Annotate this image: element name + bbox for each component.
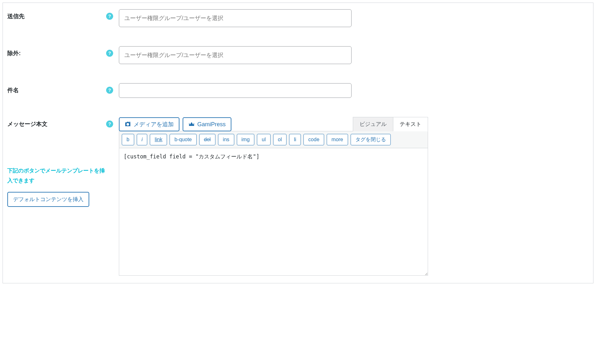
toolbar-link[interactable]: link xyxy=(150,134,167,145)
subject-label-col: 件名 ? xyxy=(7,83,119,94)
media-buttons: メディアを追加 GamiPress xyxy=(119,117,231,131)
tab-text[interactable]: テキスト xyxy=(393,117,428,131)
help-icon[interactable]: ? xyxy=(106,120,113,127)
body-label-head: メッセージ本文 ? xyxy=(7,117,113,128)
toolbar-italic[interactable]: i xyxy=(137,134,148,145)
editor-wrapper: メディアを追加 GamiPress ビジュアル テキスト b i xyxy=(119,117,428,277)
editor-tabs: ビジュアル テキスト xyxy=(353,117,428,131)
exclude-row: 除外: ? ユーザー権限グループ/ユーザーを選択 xyxy=(7,46,589,64)
crown-icon xyxy=(188,121,195,127)
recipient-placeholder: ユーザー権限グループ/ユーザーを選択 xyxy=(124,14,223,22)
recipient-label-col: 送信先 ? xyxy=(7,9,119,20)
exclude-placeholder: ユーザー権限グループ/ユーザーを選択 xyxy=(124,51,223,59)
help-icon[interactable]: ? xyxy=(106,13,113,20)
insert-default-button[interactable]: デフォルトコンテンツを挿入 xyxy=(7,192,89,207)
gamipress-label: GamiPress xyxy=(197,121,226,128)
template-note: 下記のボタンでメールテンプレートを挿入できます xyxy=(7,166,106,186)
toolbar-ul[interactable]: ul xyxy=(257,134,270,145)
tab-visual[interactable]: ビジュアル xyxy=(353,117,393,131)
add-media-label: メディアを追加 xyxy=(134,120,174,128)
editor-top-row: メディアを追加 GamiPress ビジュアル テキスト xyxy=(119,117,428,131)
toolbar-bquote[interactable]: b-quote xyxy=(170,134,196,145)
toolbar-more[interactable]: more xyxy=(327,134,348,145)
subject-row: 件名 ? xyxy=(7,83,589,98)
body-label: メッセージ本文 xyxy=(7,120,47,128)
body-row: メッセージ本文 ? 下記のボタンでメールテンプレートを挿入できます デフォルトコ… xyxy=(7,117,589,277)
recipient-input-col: ユーザー権限グループ/ユーザーを選択 xyxy=(119,9,352,27)
exclude-label-col: 除外: ? xyxy=(7,46,119,57)
exclude-label: 除外: xyxy=(7,49,21,57)
recipient-row: 送信先 ? ユーザー権限グループ/ユーザーを選択 xyxy=(7,9,589,27)
subject-input-col xyxy=(119,83,352,98)
toolbar-code[interactable]: code xyxy=(303,134,324,145)
svg-rect-0 xyxy=(129,122,130,122)
editor-toolbar: b i link b-quote del ins img ul ol li co… xyxy=(119,131,428,148)
toolbar-ins[interactable]: ins xyxy=(218,134,234,145)
recipient-label: 送信先 xyxy=(7,12,25,20)
toolbar-close-tags[interactable]: タグを閉じる xyxy=(351,134,391,145)
recipient-select[interactable]: ユーザー権限グループ/ユーザーを選択 xyxy=(119,9,352,27)
svg-point-1 xyxy=(127,124,128,125)
toolbar-ol[interactable]: ol xyxy=(273,134,287,145)
toolbar-img[interactable]: img xyxy=(237,134,255,145)
toolbar-bold[interactable]: b xyxy=(122,134,134,145)
toolbar-li[interactable]: li xyxy=(289,134,301,145)
help-icon[interactable]: ? xyxy=(106,50,113,57)
body-label-col: メッセージ本文 ? 下記のボタンでメールテンプレートを挿入できます デフォルトコ… xyxy=(7,117,119,207)
settings-panel: 送信先 ? ユーザー権限グループ/ユーザーを選択 除外: ? ユーザー権限グルー… xyxy=(3,3,593,283)
body-textarea[interactable] xyxy=(119,148,428,276)
add-media-button[interactable]: メディアを追加 xyxy=(119,117,179,131)
subject-input[interactable] xyxy=(119,83,352,98)
exclude-input-col: ユーザー権限グループ/ユーザーを選択 xyxy=(119,46,352,64)
toolbar-del[interactable]: del xyxy=(199,134,215,145)
help-icon[interactable]: ? xyxy=(106,87,113,94)
camera-icon xyxy=(125,121,131,127)
subject-label: 件名 xyxy=(7,86,19,94)
exclude-select[interactable]: ユーザー権限グループ/ユーザーを選択 xyxy=(119,46,352,64)
gamipress-button[interactable]: GamiPress xyxy=(183,117,231,131)
